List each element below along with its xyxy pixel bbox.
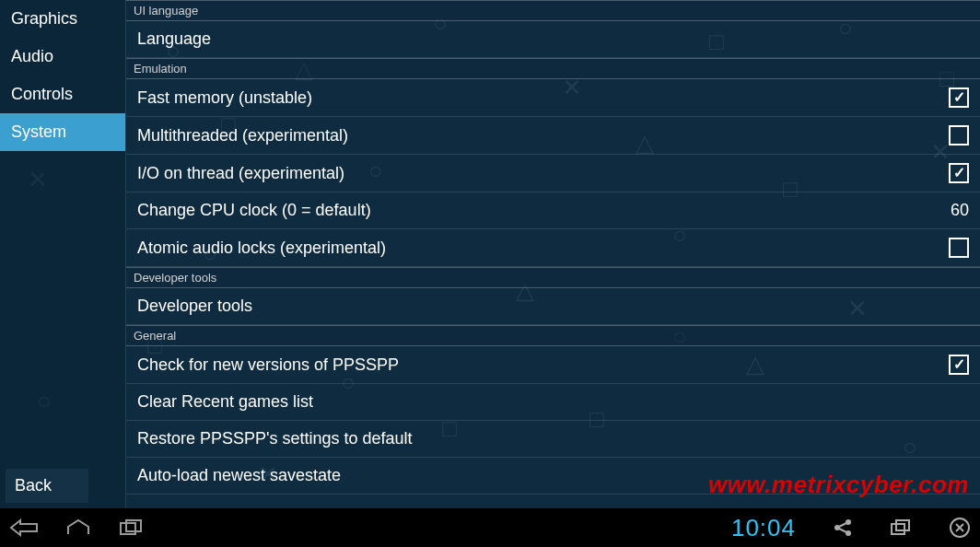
settings-panel[interactable]: UI language Language Emulation Fast memo…	[125, 0, 980, 508]
checkbox-icon[interactable]	[949, 163, 969, 183]
row-dev-tools[interactable]: Developer tools	[126, 288, 980, 325]
recent-apps-icon[interactable]	[118, 518, 146, 538]
svg-rect-8	[896, 520, 909, 530]
row-atomic-audio[interactable]: Atomic audio locks (experimental)	[126, 229, 980, 267]
row-label: Change CPU clock (0 = default)	[137, 201, 371, 220]
row-label: I/O on thread (experimental)	[137, 164, 344, 183]
row-label: Fast memory (unstable)	[137, 88, 312, 108]
row-auto-load-savestate[interactable]: Auto-load newest savestate	[126, 458, 980, 495]
sidebar-item-audio[interactable]: Audio	[0, 38, 125, 76]
section-header-dev-tools: Developer tools	[126, 267, 980, 288]
svg-line-6	[839, 529, 846, 532]
row-multithreaded[interactable]: Multithreaded (experimental)	[126, 117, 980, 155]
back-icon[interactable]	[9, 518, 39, 538]
windows-icon[interactable]	[890, 518, 912, 537]
share-icon[interactable]	[833, 518, 853, 538]
sidebar: Graphics Audio Controls System Back	[0, 0, 125, 508]
back-button[interactable]: Back	[6, 469, 88, 503]
row-io-thread[interactable]: I/O on thread (experimental)	[126, 155, 980, 192]
svg-line-5	[839, 523, 846, 527]
checkbox-icon[interactable]	[949, 355, 969, 375]
section-header-general: General	[126, 325, 980, 346]
row-value: 60	[951, 201, 969, 220]
checkbox-icon[interactable]	[949, 125, 969, 145]
row-label: Check for new versions of PPSSPP	[137, 355, 399, 375]
row-restore-defaults[interactable]: Restore PPSSPP's settings to default	[126, 421, 980, 458]
sidebar-item-graphics[interactable]: Graphics	[0, 0, 125, 38]
section-header-ui-language: UI language	[126, 0, 980, 21]
sidebar-item-controls[interactable]: Controls	[0, 76, 125, 113]
android-navbar: 10:04	[0, 508, 980, 547]
checkbox-icon[interactable]	[949, 238, 969, 258]
close-icon[interactable]	[949, 517, 971, 539]
row-cpu-clock[interactable]: Change CPU clock (0 = default) 60	[126, 192, 980, 229]
row-label: Atomic audio locks (experimental)	[137, 239, 386, 258]
row-check-versions[interactable]: Check for new versions of PPSSPP	[126, 346, 980, 384]
section-header-emulation: Emulation	[126, 58, 980, 79]
row-label: Auto-load newest savestate	[137, 466, 341, 485]
row-label: Clear Recent games list	[137, 392, 313, 412]
home-icon[interactable]	[64, 518, 92, 538]
row-clear-recent[interactable]: Clear Recent games list	[126, 384, 980, 421]
svg-rect-0	[121, 523, 135, 534]
row-label: Developer tools	[137, 297, 252, 316]
checkbox-icon[interactable]	[949, 87, 969, 108]
row-label: Restore PPSSPP's settings to default	[137, 429, 413, 448]
clock: 10:04	[731, 514, 796, 542]
row-language[interactable]: Language	[126, 21, 980, 58]
row-fast-memory[interactable]: Fast memory (unstable)	[126, 79, 980, 117]
sidebar-item-system[interactable]: System	[0, 113, 125, 151]
svg-rect-1	[126, 520, 141, 531]
row-label: Multithreaded (experimental)	[137, 126, 348, 145]
svg-rect-7	[892, 524, 904, 534]
row-label: Language	[137, 29, 211, 49]
